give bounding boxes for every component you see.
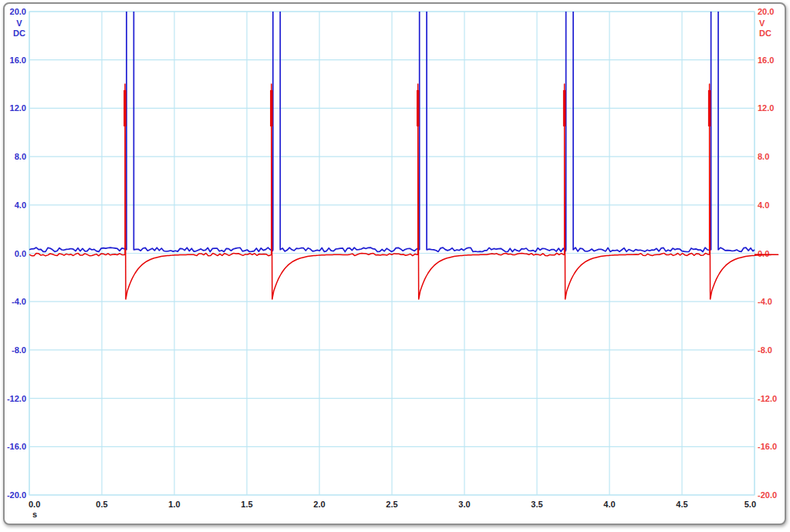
x-tick-label: 2.0 bbox=[313, 500, 325, 509]
y-left-tick-label: 16.0 bbox=[10, 56, 26, 65]
x-tick-label: 3.0 bbox=[458, 500, 470, 509]
y-left-tick-label: -16.0 bbox=[7, 442, 26, 451]
y-right-tick-label: -16.0 bbox=[758, 442, 777, 451]
x-tick-label: 4.5 bbox=[676, 500, 687, 509]
y-right-tick-label: -4.0 bbox=[758, 297, 772, 306]
trace-red bbox=[29, 84, 778, 299]
x-tick-label: 4.0 bbox=[603, 500, 615, 509]
screenshot-stage: 20.016.012.08.04.00.0-4.0-8.0-12.0-16.0-… bbox=[0, 0, 790, 532]
y-right-axis-unit: DC bbox=[759, 29, 771, 38]
y-left-tick-label: 8.0 bbox=[15, 152, 26, 161]
y-left-tick-label: -20.0 bbox=[7, 490, 26, 500]
y-left-tick-label: 4.0 bbox=[15, 200, 26, 210]
y-right-tick-label: -20.0 bbox=[758, 490, 777, 500]
waveform-chart: 20.016.012.08.04.00.0-4.0-8.0-12.0-16.0-… bbox=[0, 0, 790, 532]
x-tick-label: 0.5 bbox=[96, 500, 107, 509]
y-right-tick-label: 12.0 bbox=[758, 103, 774, 113]
y-left-axis-unit: V bbox=[16, 19, 22, 28]
y-left-tick-label: -12.0 bbox=[7, 394, 26, 403]
y-left-tick-label: 12.0 bbox=[10, 103, 26, 113]
y-right-tick-label: 0.0 bbox=[758, 249, 769, 258]
y-right-tick-label: 20.0 bbox=[758, 7, 774, 16]
x-tick-label: 0.0 bbox=[29, 500, 40, 509]
y-right-tick-label: 16.0 bbox=[758, 56, 774, 65]
y-left-tick-label: -8.0 bbox=[12, 345, 26, 355]
y-right-tick-label: 4.0 bbox=[758, 200, 769, 210]
x-tick-label: 1.5 bbox=[241, 500, 252, 509]
x-axis-unit: s bbox=[32, 510, 37, 519]
y-left-tick-label: 0.0 bbox=[15, 249, 26, 258]
x-tick-label: 5.0 bbox=[744, 500, 756, 509]
y-left-tick-label: 20.0 bbox=[10, 7, 26, 16]
y-right-tick-label: 8.0 bbox=[758, 152, 769, 161]
x-tick-label: 3.5 bbox=[531, 500, 542, 509]
y-left-tick-label: -4.0 bbox=[12, 297, 26, 306]
y-right-axis-unit: V bbox=[759, 19, 765, 28]
x-tick-label: 2.5 bbox=[386, 500, 397, 509]
y-right-tick-label: -12.0 bbox=[758, 394, 777, 403]
y-left-axis-unit: DC bbox=[13, 29, 25, 38]
x-tick-label: 1.0 bbox=[168, 500, 180, 509]
y-right-tick-label: -8.0 bbox=[758, 345, 772, 355]
